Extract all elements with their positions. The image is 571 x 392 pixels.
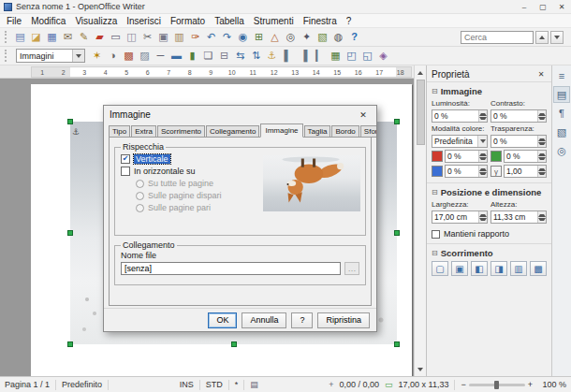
green-stepper[interactable]: 0 %	[504, 150, 547, 163]
spinner-down-icon[interactable]	[538, 156, 546, 162]
spinner-down-icon[interactable]	[538, 217, 546, 223]
properties-tab-icon[interactable]: ▤	[553, 86, 570, 103]
selection-handle[interactable]	[231, 341, 237, 347]
to-background-icon[interactable]: ◱	[359, 49, 375, 64]
width-stepper[interactable]: 17,00 cm	[432, 211, 488, 224]
area-color-icon[interactable]: ▮	[184, 49, 200, 64]
shadow-icon[interactable]: ❏	[200, 49, 216, 64]
red-stepper[interactable]: 0 %	[445, 150, 488, 163]
selection-handle[interactable]	[394, 119, 400, 124]
edit-mode-icon[interactable]: ✎	[76, 30, 92, 45]
sidebar-close-icon[interactable]: ✕	[535, 70, 547, 79]
wrap-through-icon[interactable]: ▩	[530, 261, 547, 276]
minimize-button[interactable]: –	[515, 0, 534, 13]
menu-help[interactable]: ?	[342, 16, 357, 26]
menu-formato[interactable]: Formato	[166, 16, 210, 26]
menu-tabella[interactable]: Tabella	[210, 16, 249, 26]
brightness-stepper[interactable]: 0 %	[432, 109, 488, 123]
maximize-button[interactable]: ▢	[534, 0, 552, 13]
wrap-none-icon[interactable]: ▢	[432, 261, 448, 276]
reset-button[interactable]: Ripristina	[317, 312, 370, 328]
vertical-scrollbar[interactable]	[414, 65, 426, 376]
new-document-icon[interactable]: ▤	[12, 30, 28, 45]
chevron-down-icon[interactable]	[72, 50, 84, 62]
line-color-icon[interactable]: ▬	[168, 49, 184, 64]
open-icon[interactable]: ◪	[28, 30, 44, 45]
red-channel-icon[interactable]	[432, 151, 443, 162]
search-next-button[interactable]	[550, 31, 564, 44]
tab-extra[interactable]: Extra	[131, 125, 156, 138]
blue-channel-icon[interactable]	[432, 166, 443, 177]
anchor-icon[interactable]: ⚓	[264, 49, 280, 64]
clone-formatting-icon[interactable]: ✑	[187, 30, 203, 45]
selection-handle[interactable]	[394, 230, 400, 236]
height-stepper[interactable]: 11,33 cm	[490, 211, 547, 224]
insert-mode-indicator[interactable]: INS	[180, 380, 194, 389]
document-status-icon[interactable]: ▤	[250, 380, 258, 389]
wrap-page-icon[interactable]: ▣	[451, 261, 468, 276]
page-preview-icon[interactable]: ◫	[124, 30, 139, 45]
color-settings-icon[interactable]: ▩	[121, 49, 137, 64]
wrap-section-header[interactable]: ⊟ Scorrimento	[432, 248, 547, 258]
wrap-after-icon[interactable]: ◨	[490, 261, 507, 276]
redo-icon[interactable]: ↷	[219, 30, 235, 45]
dialog-close-icon[interactable]: ✕	[356, 110, 371, 120]
gallery-tab-icon[interactable]: ▧	[553, 123, 570, 140]
save-icon[interactable]: ▦	[44, 30, 60, 45]
menu-strumenti[interactable]: Strumenti	[249, 16, 299, 26]
horizontal-checkbox[interactable]	[121, 167, 130, 176]
green-channel-icon[interactable]	[490, 151, 502, 162]
selection-handle[interactable]	[67, 230, 73, 236]
modified-flag[interactable]: *	[235, 380, 239, 389]
tab-immagine[interactable]: Immagine	[260, 123, 302, 138]
scroll-down-icon[interactable]	[416, 364, 426, 374]
horizontal-ruler[interactable]: 123456789101112131415161718	[0, 65, 414, 79]
spinner-down-icon[interactable]	[538, 116, 546, 122]
transparency-icon[interactable]: ▨	[137, 49, 153, 64]
menu-file[interactable]: File	[2, 16, 26, 26]
collapse-icon[interactable]: ⊟	[432, 87, 438, 95]
scroll-up-icon[interactable]	[416, 67, 426, 78]
tab-collegamento[interactable]: Collegamento	[206, 125, 259, 138]
page-style-indicator[interactable]: Predefinito	[62, 380, 102, 389]
transparency-stepper[interactable]: 0 %	[490, 135, 547, 148]
align-right-icon[interactable]: ▎	[312, 49, 328, 64]
crop-icon[interactable]: ⊟	[216, 49, 232, 64]
page-indicator[interactable]: Pagina 1 / 1	[5, 380, 50, 389]
undo-icon[interactable]: ↶	[203, 30, 219, 45]
flip-horizontal-icon[interactable]: ⇆	[232, 49, 248, 64]
anchor-icon[interactable]: ⚓	[72, 127, 80, 137]
copy-icon[interactable]: ▣	[155, 30, 171, 45]
draw-functions-icon[interactable]: △	[267, 30, 283, 45]
toolbar-grip[interactable]	[5, 31, 9, 43]
browse-button[interactable]: …	[344, 262, 359, 275]
zoom-percentage[interactable]: 100 %	[538, 380, 566, 389]
line-style-icon[interactable]: ─	[153, 49, 168, 64]
close-button[interactable]: ✕	[552, 0, 571, 13]
spinner-down-icon[interactable]	[479, 156, 487, 162]
sidebar-settings-icon[interactable]: ≡	[553, 67, 570, 84]
cursor-position-value[interactable]: 0,00 / 0,00	[340, 380, 380, 389]
position-section-header[interactable]: ⊟ Posizione e dimensione	[432, 187, 547, 197]
table-icon[interactable]: ⊞	[251, 30, 267, 45]
contrast-stepper[interactable]: 0 %	[490, 109, 547, 123]
image-filter-icon[interactable]: ✶	[89, 49, 105, 64]
selection-handle[interactable]	[67, 119, 73, 124]
to-foreground-icon[interactable]: ◰	[344, 49, 359, 64]
filename-input[interactable]	[121, 262, 341, 275]
zoom-icon[interactable]: ◍	[330, 30, 346, 45]
spinner-down-icon[interactable]	[479, 171, 487, 177]
align-left-icon[interactable]: ▌	[280, 49, 296, 64]
help-button[interactable]: ?	[291, 312, 313, 328]
selection-handle[interactable]	[394, 341, 400, 347]
keep-ratio-checkbox[interactable]: Mantieni rapporto	[432, 229, 547, 239]
print-icon[interactable]: ▭	[108, 30, 124, 45]
toolbar-grip[interactable]	[5, 50, 9, 62]
scrollbar-thumb[interactable]	[417, 80, 425, 145]
zoom-in-icon[interactable]: +	[528, 380, 533, 389]
spinner-down-icon[interactable]	[479, 217, 487, 223]
menu-visualizza[interactable]: Visualizza	[70, 16, 122, 26]
tab-tipo[interactable]: Tipo	[109, 125, 130, 138]
colormode-dropdown[interactable]: Predefinita	[432, 135, 488, 148]
search-input[interactable]	[461, 31, 534, 44]
